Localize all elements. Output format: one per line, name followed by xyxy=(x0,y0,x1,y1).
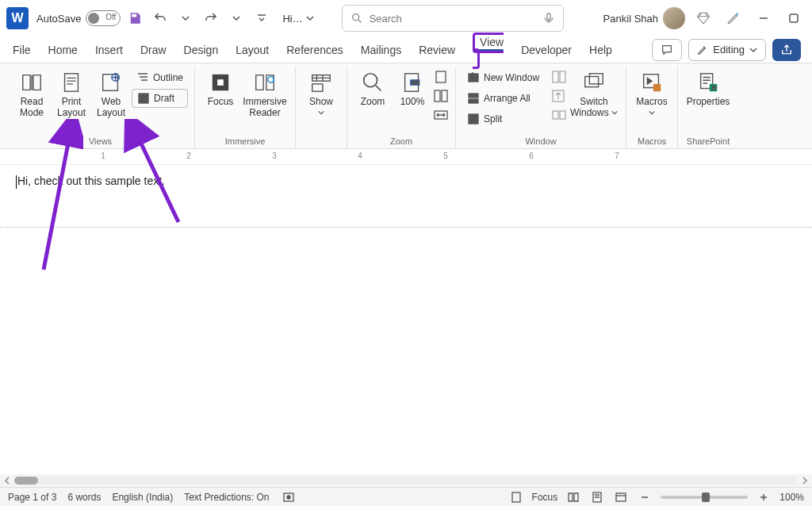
web-layout-button[interactable]: Web Layout xyxy=(92,67,130,119)
tab-developer[interactable]: Developer xyxy=(519,40,573,59)
svg-rect-33 xyxy=(653,84,661,91)
side-by-side-icon[interactable] xyxy=(551,70,567,84)
share-button[interactable] xyxy=(772,39,801,61)
microphone-icon[interactable] xyxy=(542,12,555,25)
svg-rect-28 xyxy=(553,111,558,119)
switch-windows-button[interactable]: Switch Windows xyxy=(569,67,619,119)
undo-icon[interactable] xyxy=(149,7,171,29)
page-width-icon[interactable] xyxy=(433,108,449,122)
macros-button[interactable]: Macros xyxy=(633,67,671,119)
tab-design[interactable]: Design xyxy=(182,40,220,59)
status-words[interactable]: 6 words xyxy=(67,492,101,503)
one-page-icon[interactable] xyxy=(433,70,449,84)
editing-mode-button[interactable]: Editing xyxy=(688,39,766,61)
chevron-down-icon xyxy=(306,14,314,22)
split-button[interactable]: Split xyxy=(462,109,550,128)
maximize-button[interactable] xyxy=(782,6,806,30)
tab-draw[interactable]: Draw xyxy=(139,40,168,59)
svg-point-13 xyxy=(364,74,377,87)
tab-view[interactable]: View xyxy=(471,33,505,67)
tab-insert[interactable]: Insert xyxy=(94,40,124,59)
redo-icon[interactable] xyxy=(200,7,222,29)
chevron-down-icon xyxy=(611,109,618,116)
pen-icon[interactable] xyxy=(722,6,745,30)
diamond-icon[interactable] xyxy=(691,6,715,30)
focus-button[interactable]: Focus xyxy=(201,67,239,108)
read-mode-view-icon[interactable] xyxy=(565,490,581,504)
scroll-left-icon[interactable] xyxy=(3,477,11,485)
tab-references[interactable]: References xyxy=(285,40,345,59)
autosave-label: AutoSave xyxy=(36,13,81,25)
svg-rect-31 xyxy=(589,74,603,84)
user-name-label: Pankil Shah xyxy=(603,13,658,25)
tab-review[interactable]: Review xyxy=(417,40,457,59)
chevron-down-icon xyxy=(749,46,757,54)
hundred-icon: 100 xyxy=(400,70,425,95)
chevron-down-icon[interactable] xyxy=(225,7,247,29)
arrange-all-button[interactable]: Arrange All xyxy=(462,89,550,108)
group-label-immersive: Immersive xyxy=(225,136,266,148)
tab-file[interactable]: File xyxy=(11,40,33,59)
web-page-icon xyxy=(98,70,124,95)
svg-rect-9 xyxy=(216,79,224,86)
zoom-out-icon[interactable] xyxy=(637,490,653,504)
group-views: Read Mode Print Layout Web Layout Outlin… xyxy=(6,67,195,148)
read-mode-button[interactable]: Read Mode xyxy=(13,67,51,119)
show-button[interactable]: Show xyxy=(302,67,340,119)
chevron-down-icon xyxy=(648,109,656,116)
properties-button[interactable]: S Properties xyxy=(684,67,732,108)
search-icon xyxy=(350,12,363,25)
display-settings-icon[interactable] xyxy=(508,490,524,504)
draft-button[interactable]: Draft xyxy=(132,89,188,108)
user-account[interactable]: Pankil Shah xyxy=(603,7,685,29)
document-area[interactable]: Hi, check out this sample text. xyxy=(0,165,812,474)
multi-page-icon[interactable] xyxy=(433,89,449,103)
document-name[interactable]: Hi… xyxy=(282,13,313,25)
document-text[interactable]: Hi, check out this sample text. xyxy=(16,174,165,189)
scroll-thumb[interactable] xyxy=(14,477,38,485)
svg-point-38 xyxy=(287,496,290,499)
svg-point-10 xyxy=(268,77,274,83)
chevron-down-icon[interactable] xyxy=(174,7,197,29)
group-show: Show xyxy=(296,67,347,148)
toggle-switch[interactable]: Off xyxy=(86,10,121,26)
svg-text:S: S xyxy=(712,84,716,91)
search-input[interactable] xyxy=(370,13,536,25)
reset-position-icon[interactable] xyxy=(551,108,567,122)
status-zoom[interactable]: 100% xyxy=(779,492,804,503)
tab-home[interactable]: Home xyxy=(47,40,79,59)
properties-icon: S xyxy=(695,70,721,95)
tab-layout[interactable]: Layout xyxy=(234,40,270,59)
web-layout-view-icon[interactable] xyxy=(613,490,629,504)
save-icon[interactable] xyxy=(124,7,146,29)
tab-help[interactable]: Help xyxy=(588,40,614,59)
minimize-button[interactable] xyxy=(752,6,776,30)
zoom-slider[interactable] xyxy=(661,496,748,499)
svg-point-2 xyxy=(736,13,738,15)
zoom-button[interactable]: Zoom xyxy=(354,67,392,108)
svg-rect-4 xyxy=(65,74,79,92)
horizontal-scrollbar[interactable] xyxy=(0,474,812,487)
print-layout-view-icon[interactable] xyxy=(589,490,605,504)
status-page[interactable]: Page 1 of 3 xyxy=(8,492,56,503)
macros-icon xyxy=(639,70,665,95)
status-focus[interactable]: Focus xyxy=(532,492,558,503)
sync-scroll-icon[interactable] xyxy=(551,89,567,103)
comments-button[interactable] xyxy=(652,39,682,61)
zoom-in-icon[interactable] xyxy=(756,490,772,504)
new-window-button[interactable]: New Window xyxy=(462,68,550,87)
avatar xyxy=(663,7,685,29)
autosave-toggle[interactable]: AutoSave Off xyxy=(36,10,121,26)
immersive-reader-button[interactable]: Immersive Reader xyxy=(241,67,289,119)
horizontal-ruler[interactable]: 1 2 3 4 5 6 7 xyxy=(0,149,812,165)
search-box[interactable] xyxy=(342,5,564,32)
print-layout-button[interactable]: Print Layout xyxy=(52,67,90,119)
status-predictions[interactable]: Text Predictions: On xyxy=(184,492,269,503)
qat-overflow-icon[interactable] xyxy=(251,7,273,29)
status-language[interactable]: English (India) xyxy=(112,492,173,503)
outline-button[interactable]: Outline xyxy=(132,68,188,87)
tab-mailings[interactable]: Mailings xyxy=(359,40,403,59)
scroll-right-icon[interactable] xyxy=(801,477,809,485)
zoom-100-button[interactable]: 100 100% xyxy=(393,67,431,108)
macro-record-icon[interactable] xyxy=(281,490,297,504)
